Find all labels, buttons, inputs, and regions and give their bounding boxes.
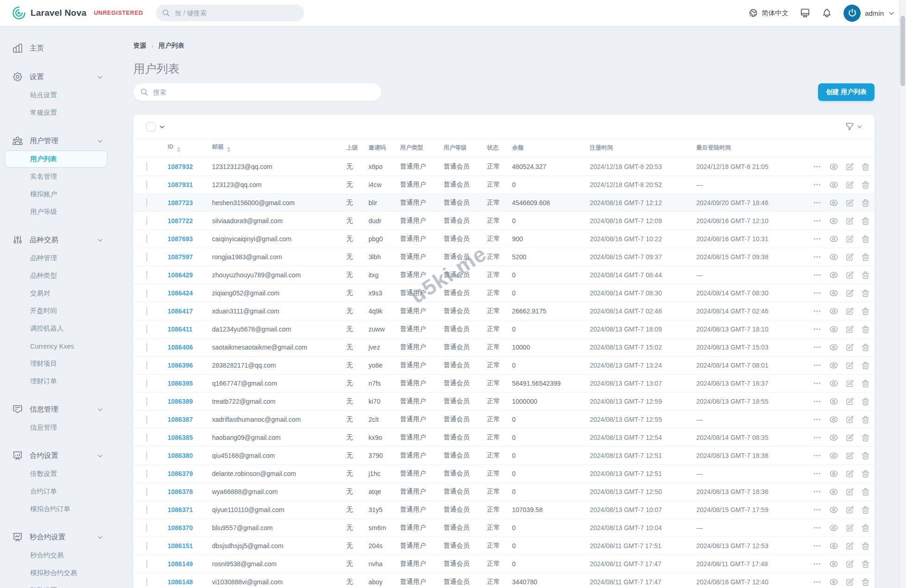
breadcrumb-user-list[interactable]: 用户列表 — [158, 42, 184, 50]
user-id-link[interactable]: 1086387 — [168, 416, 193, 423]
row-checkbox[interactable] — [146, 163, 147, 171]
view-eye-icon[interactable] — [829, 288, 838, 298]
scrollbar-thumb[interactable] — [900, 16, 905, 86]
row-checkbox[interactable] — [146, 397, 147, 406]
delete-trash-icon[interactable] — [861, 163, 870, 171]
page-scrollbar[interactable] — [899, 0, 906, 588]
sidebar-item-常规设置[interactable]: 常规设置 — [5, 104, 107, 121]
row-more-actions-icon[interactable] — [812, 288, 822, 298]
row-more-actions-icon[interactable] — [812, 378, 822, 388]
sidebar-item-站点设置[interactable]: 站点设置 — [5, 87, 107, 104]
delete-trash-icon[interactable] — [861, 451, 870, 460]
view-eye-icon[interactable] — [829, 325, 838, 334]
row-more-actions-icon[interactable] — [812, 523, 822, 533]
theme-monitor-icon[interactable] — [800, 8, 810, 18]
row-more-actions-icon[interactable] — [812, 505, 822, 515]
user-menu[interactable]: admin — [844, 5, 895, 22]
row-checkbox[interactable] — [146, 542, 147, 550]
delete-trash-icon[interactable] — [861, 289, 870, 298]
sidebar-item-实名管理[interactable]: 实名管理 — [5, 168, 107, 185]
edit-pencil-icon[interactable] — [845, 488, 854, 496]
view-eye-icon[interactable] — [829, 541, 838, 550]
row-more-actions-icon[interactable] — [812, 469, 822, 479]
delete-trash-icon[interactable] — [861, 415, 870, 424]
notifications-bell-icon[interactable] — [822, 8, 832, 18]
view-eye-icon[interactable] — [829, 559, 838, 569]
edit-pencil-icon[interactable] — [845, 253, 854, 262]
edit-pencil-icon[interactable] — [845, 307, 854, 316]
user-id-link[interactable]: 1086385 — [168, 434, 193, 441]
row-more-actions-icon[interactable] — [812, 559, 822, 569]
user-id-link[interactable]: 1086378 — [168, 488, 193, 495]
view-eye-icon[interactable] — [829, 505, 838, 514]
row-checkbox[interactable] — [146, 433, 147, 442]
row-checkbox[interactable] — [146, 235, 147, 243]
chevron-down-icon[interactable] — [97, 534, 104, 541]
row-more-actions-icon[interactable] — [812, 306, 822, 316]
delete-trash-icon[interactable] — [861, 542, 870, 550]
edit-pencil-icon[interactable] — [845, 163, 854, 171]
user-id-link[interactable]: 1087722 — [168, 217, 193, 225]
row-more-actions-icon[interactable] — [812, 234, 822, 244]
view-eye-icon[interactable] — [829, 198, 838, 207]
view-eye-icon[interactable] — [829, 433, 838, 442]
select-actions-chevron-icon[interactable] — [159, 124, 165, 130]
sidebar-item-品种管理[interactable]: 品种管理 — [5, 250, 107, 267]
view-eye-icon[interactable] — [829, 397, 838, 406]
user-id-link[interactable]: 1086395 — [168, 380, 193, 387]
row-checkbox[interactable] — [146, 451, 147, 460]
row-checkbox[interactable] — [146, 217, 147, 225]
edit-pencil-icon[interactable] — [845, 199, 854, 207]
row-more-actions-icon[interactable] — [812, 180, 822, 190]
sidebar-item-理财订单[interactable]: 理财订单 — [5, 373, 107, 390]
edit-pencil-icon[interactable] — [845, 361, 854, 370]
delete-trash-icon[interactable] — [861, 524, 870, 532]
user-id-link[interactable]: 1087931 — [168, 181, 193, 188]
resource-search-input[interactable] — [153, 88, 375, 96]
delete-trash-icon[interactable] — [861, 361, 870, 370]
user-id-link[interactable]: 1086406 — [168, 344, 193, 351]
view-eye-icon[interactable] — [829, 451, 838, 460]
row-more-actions-icon[interactable] — [812, 216, 822, 226]
user-id-link[interactable]: 1086370 — [168, 524, 193, 532]
delete-trash-icon[interactable] — [861, 199, 870, 207]
view-eye-icon[interactable] — [829, 216, 838, 225]
row-checkbox[interactable] — [146, 379, 147, 388]
edit-pencil-icon[interactable] — [845, 560, 854, 569]
row-checkbox[interactable] — [146, 289, 147, 297]
row-more-actions-icon[interactable] — [812, 198, 822, 208]
delete-trash-icon[interactable] — [861, 181, 870, 189]
edit-pencil-icon[interactable] — [845, 235, 854, 244]
create-user-button[interactable]: 创建 用户列表 — [818, 83, 875, 101]
sidebar-item-理财项目[interactable]: 理财项目 — [5, 355, 107, 372]
edit-pencil-icon[interactable] — [845, 217, 854, 225]
sidebar-item-模拟账户[interactable]: 模拟账户 — [5, 186, 107, 203]
edit-pencil-icon[interactable] — [845, 181, 854, 189]
sidebar-section-品种交易[interactable]: 品种交易 — [5, 231, 107, 249]
row-checkbox[interactable] — [146, 415, 147, 424]
breadcrumb-resources[interactable]: 资源 — [133, 42, 146, 50]
edit-pencil-icon[interactable] — [845, 469, 854, 478]
row-checkbox[interactable] — [146, 199, 147, 207]
row-more-actions-icon[interactable] — [812, 360, 822, 370]
user-id-link[interactable]: 1086380 — [168, 452, 193, 459]
user-id-link[interactable]: 1086379 — [168, 470, 193, 477]
row-checkbox[interactable] — [146, 578, 147, 586]
edit-pencil-icon[interactable] — [845, 451, 854, 460]
chevron-down-icon[interactable] — [97, 452, 104, 459]
sidebar-item-秒数设置[interactable]: 秒数设置 — [5, 582, 107, 588]
view-eye-icon[interactable] — [829, 252, 838, 262]
view-eye-icon[interactable] — [829, 307, 838, 316]
user-id-link[interactable]: 1086149 — [168, 560, 193, 568]
edit-pencil-icon[interactable] — [845, 578, 854, 587]
sidebar-item-用户等级[interactable]: 用户等级 — [5, 203, 107, 220]
row-checkbox[interactable] — [146, 361, 147, 369]
row-more-actions-icon[interactable] — [812, 162, 822, 172]
sidebar-item-倍数设置[interactable]: 倍数设置 — [5, 465, 107, 482]
delete-trash-icon[interactable] — [861, 578, 870, 587]
brand-logo[interactable]: Laravel Nova — [12, 6, 87, 20]
edit-pencil-icon[interactable] — [845, 343, 854, 352]
row-more-actions-icon[interactable] — [812, 432, 822, 443]
row-more-actions-icon[interactable] — [812, 487, 822, 497]
locale-switcher[interactable]: 简体中文 — [749, 8, 788, 18]
